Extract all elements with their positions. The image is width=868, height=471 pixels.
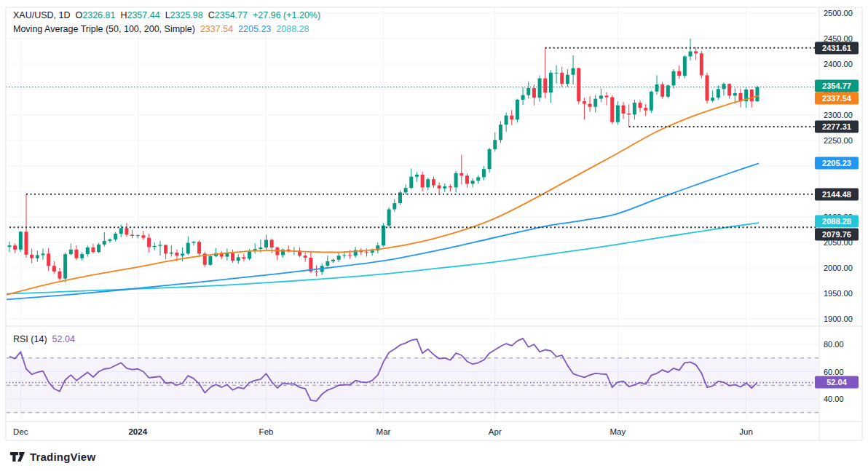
rsi-legend[interactable]: RSI (14) 52.04 [13,334,75,344]
close-label: C [208,10,215,20]
symbol-title: XAU/USD, 1D [13,10,71,20]
rsi-axis-badge: 52.04 [815,376,859,389]
chart-widget: 2500.002450.002400.002350.002300.002250.… [0,0,868,471]
time-axis-label: Dec [13,427,28,436]
low-value: 2325.98 [170,10,203,20]
time-axis-label: Apr [489,427,502,436]
axis-layer[interactable]: 2500.002450.002400.002350.002300.002250.… [0,0,868,471]
price-tick-label: 2400.00 [824,60,853,68]
open-label: O [76,10,83,20]
price-axis-badge-ma200: 2088.28 [815,215,859,228]
indicator-title: Moving Average Triple (50, 100, 200, Sim… [13,24,195,34]
price-tick-label: 2300.00 [824,111,853,119]
price-tick-label: 2500.00 [824,9,853,17]
rsi-title: RSI (14) [13,334,47,344]
price-axis-badge-level: 2144.48 [815,188,859,200]
ma200-value: 2088.28 [276,24,309,34]
high-label: H [120,10,127,20]
indicator-legend[interactable]: Moving Average Triple (50, 100, 200, Sim… [13,24,309,34]
symbol-legend[interactable]: XAU/USD, 1D O2326.81 H2357.44 L2325.98 C… [13,10,320,20]
price-tick-label: 2250.00 [824,136,853,145]
open-value: 2326.81 [82,10,115,20]
rsi-tick-label: 40.00 [824,395,844,403]
close-group: C2354.77 [208,10,248,20]
price-tick-label: 1900.00 [824,314,853,323]
tradingview-icon [9,450,25,464]
time-axis-label: Feb [259,427,274,436]
high-group: H2357.44 [120,10,159,20]
price-axis-badge-ma50: 2337.54 [815,92,859,104]
close-value: 2354.77 [215,10,248,20]
time-axis-label: May [610,427,626,436]
price-tick-label: 2000.00 [824,264,853,272]
ma50-value: 2337.54 [200,24,233,34]
change-value: +27.96 (+1.20%) [253,10,320,20]
open-group: O2326.81 [76,10,116,20]
time-axis-label: Jun [739,427,753,436]
price-axis-badge-ma100: 2205.23 [815,157,859,170]
ma100-value: 2205.23 [238,24,271,34]
price-axis-badge-level: 2431.61 [815,41,859,54]
high-value: 2357.44 [127,10,159,20]
price-axis-badge-close: 2354.77 [815,80,859,92]
low-label: L [165,10,170,20]
time-axis-label: Mar [376,427,391,436]
time-axis-label: 2024 [128,427,147,436]
rsi-tick-label: 80.00 [824,340,844,349]
rsi-value: 52.04 [52,334,75,344]
tradingview-logo[interactable]: TradingView [9,450,95,464]
tradingview-text: TradingView [30,451,95,463]
price-axis-badge-level: 2079.76 [815,228,859,240]
price-axis-badge-level: 2277.31 [815,120,859,132]
rsi-tick-label: 60.00 [824,368,844,376]
price-tick-label: 1950.00 [824,289,853,298]
low-group: L2325.98 [165,10,203,20]
